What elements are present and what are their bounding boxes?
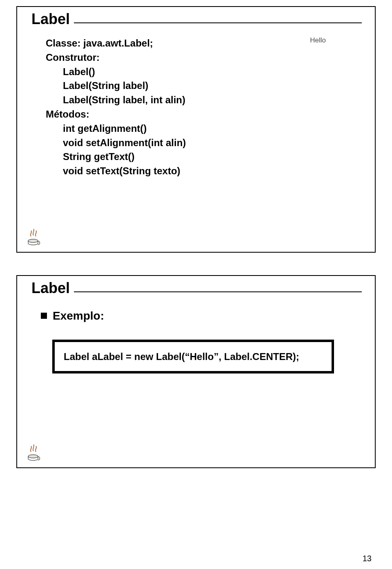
- exemplo-label: Exemplo:: [53, 309, 104, 322]
- construtor-label: Construtor:: [46, 51, 359, 65]
- method-line-3: String getText(): [46, 150, 359, 164]
- method-line-2: void setAlignment(int alin): [46, 136, 359, 150]
- code-example-box: Label aLabel = new Label(“Hello”, Label.…: [52, 340, 334, 373]
- classe-label: Classe:: [46, 38, 80, 49]
- slide-label-example: Label Exemplo: Label aLabel = new Label(…: [16, 275, 376, 468]
- constructor-line-1: Label(): [46, 65, 359, 79]
- bullet-square-icon: [41, 313, 47, 319]
- svg-point-0: [28, 239, 38, 242]
- method-line-4: void setText(String texto): [46, 164, 359, 178]
- constructor-line-3: Label(String label, int alin): [46, 93, 359, 107]
- metodos-label: Métodos:: [46, 107, 359, 122]
- constructor-line-2: Label(String label): [46, 79, 359, 93]
- method-line-1: int getAlignment(): [46, 122, 359, 136]
- java-cup-icon: [25, 442, 43, 462]
- code-line: Label aLabel = new Label(“Hello”, Label.…: [64, 351, 299, 362]
- svg-point-1: [28, 455, 38, 458]
- label-preview-text: Hello: [310, 36, 326, 44]
- exemplo-heading: Exemplo:: [41, 309, 359, 322]
- classe-value: java.awt.Label;: [83, 38, 153, 49]
- slide-label-api: Label Hello Classe: java.awt.Label; Cons…: [16, 6, 376, 253]
- java-cup-icon: [25, 227, 43, 246]
- api-text-block: Classe: java.awt.Label; Construtor: Labe…: [46, 36, 359, 178]
- page-number: 13: [363, 554, 372, 563]
